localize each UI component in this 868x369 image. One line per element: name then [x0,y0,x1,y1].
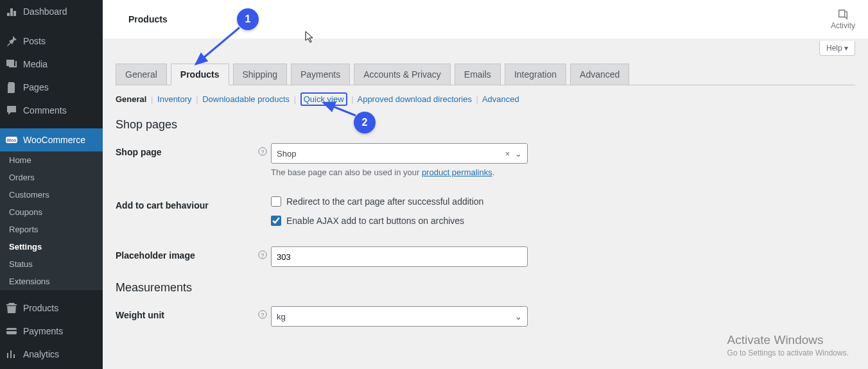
help-icon[interactable]: ? [257,246,268,261]
sub-sections: General | Inventory | Downloadable produ… [116,94,855,104]
sub-status[interactable]: Status [0,255,103,273]
sidebar-item-payments[interactable]: Payments [0,320,103,343]
pin-icon [5,35,18,47]
woo-icon: Woo [5,133,18,146]
products-icon [5,302,18,314]
redirect-checkbox[interactable] [271,196,281,207]
sidebar-item-analytics[interactable]: Analytics [0,343,103,366]
chevron-down-icon: ⌄ [515,149,522,159]
analytics-icon [5,348,18,361]
page-title: Products [128,14,168,24]
sidebar-item-dashboard[interactable]: Dashboard [0,0,103,23]
label-shop-page: Shop page [116,143,257,157]
svg-text:?: ? [261,252,265,259]
comments-icon [5,104,18,117]
tab-products[interactable]: Products [171,64,229,85]
chevron-down-icon: ⌄ [515,312,522,322]
sub-home[interactable]: Home [0,151,103,169]
annotation-2: 2 [354,112,376,133]
top-bar: Products Activity [103,0,868,39]
select-value: Shop [277,149,296,159]
sidebar-item-media[interactable]: Media [0,53,103,76]
shop-page-select[interactable]: Shop × ⌄ [271,143,528,164]
subsection-downloadable[interactable]: Downloadable products [202,94,290,104]
section-shop-pages: Shop pages [116,118,855,132]
clear-icon[interactable]: × [503,149,513,159]
sub-orders[interactable]: Orders [0,169,103,186]
sidebar-item-comments[interactable]: Comments [0,99,103,122]
redirect-checkbox-row[interactable]: Redirect to the cart page after successf… [271,196,528,207]
tab-payments[interactable]: Payments [291,64,350,85]
tab-shipping[interactable]: Shipping [233,64,288,85]
tab-advanced[interactable]: Advanced [570,64,629,85]
section-measurements: Measurements [116,281,855,295]
tab-general[interactable]: General [116,64,167,85]
label-weight-unit: Weight unit [116,306,257,320]
sidebar-item-label: WooCommerce [23,135,85,145]
sidebar-item-label: Payments [23,326,63,336]
sidebar-item-pages[interactable]: Pages [0,76,103,99]
sidebar-item-label: Dashboard [23,6,67,17]
permalinks-link[interactable]: product permalinks [422,167,492,177]
svg-text:?: ? [261,312,265,318]
main-content: Products Activity Help ▾ General Product… [103,0,868,369]
help-icon[interactable]: ? [257,306,268,321]
activity-label: Activity [831,21,855,30]
media-icon [5,58,18,71]
subsection-inventory[interactable]: Inventory [157,94,191,104]
annotation-1: 1 [237,8,259,30]
sidebar-item-woocommerce[interactable]: Woo WooCommerce [0,128,103,151]
ajax-checkbox-row[interactable]: Enable AJAX add to cart buttons on archi… [271,216,528,226]
chevron-down-icon: ▾ [844,44,848,53]
sub-settings[interactable]: Settings [0,238,103,255]
weight-unit-select[interactable]: kg ⌄ [271,306,528,327]
pages-icon [5,81,18,94]
activity-button[interactable]: Activity [831,8,855,30]
sidebar-item-label: Posts [23,36,46,46]
tab-accounts[interactable]: Accounts & Privacy [354,64,451,85]
subsection-approved-dirs[interactable]: Approved download directories [357,94,472,104]
sidebar-item-posts[interactable]: Posts [0,30,103,53]
ajax-checkbox[interactable] [271,216,281,226]
label-placeholder: Placeholder image [116,246,257,261]
subsection-advanced[interactable]: Advanced [482,94,519,104]
settings-tabs: General Products Shipping Payments Accou… [116,64,855,85]
sidebar-item-label: Analytics [23,349,59,359]
sidebar-item-label: Media [23,59,48,69]
tab-emails[interactable]: Emails [455,64,501,85]
svg-text:?: ? [261,149,265,155]
woocommerce-submenu: Home Orders Customers Coupons Reports Se… [0,151,103,290]
sub-extensions[interactable]: Extensions [0,273,103,290]
select-value: kg [277,312,286,322]
label-add-to-cart: Add to cart behaviour [116,196,257,210]
help-button[interactable]: Help ▾ [819,41,855,56]
subsection-general[interactable]: General [116,94,146,104]
help-icon[interactable]: ? [257,143,268,158]
shop-page-desc: The base page can also be used in your p… [271,167,528,177]
svg-rect-3 [6,330,17,331]
dashboard-icon [5,5,18,18]
admin-sidebar: Dashboard Posts Media Pages Comments Woo… [0,0,103,369]
sidebar-item-label: Pages [23,82,49,92]
svg-text:Woo: Woo [6,138,16,142]
sidebar-item-label: Products [23,303,58,313]
sidebar-item-products[interactable]: Products [0,296,103,320]
tab-integration[interactable]: Integration [505,64,566,85]
placeholder-image-input[interactable] [271,246,528,267]
subsection-quick-view[interactable]: Quick view [304,94,344,104]
sidebar-item-label: Comments [23,105,67,116]
sub-customers[interactable]: Customers [0,186,103,203]
payments-icon [5,325,18,338]
form-content: Shop pages Shop page ? Shop × ⌄ The base… [116,118,855,327]
sub-reports[interactable]: Reports [0,221,103,238]
sub-coupons[interactable]: Coupons [0,203,103,221]
